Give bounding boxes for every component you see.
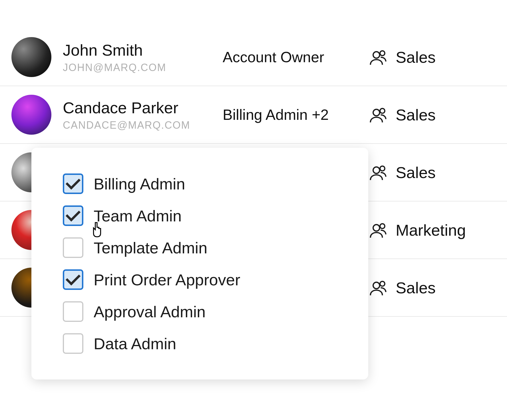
team-name: Sales [396, 278, 436, 297]
role-option[interactable]: Template Admin [63, 237, 345, 258]
role-option-label: Approval Admin [94, 302, 206, 321]
checkbox[interactable] [63, 205, 83, 226]
role-option[interactable]: Billing Admin [63, 173, 345, 194]
role-option-label: Template Admin [94, 239, 207, 257]
role-selector-popup: Billing Admin Team Admin Template Admin … [31, 148, 368, 379]
team-cell[interactable]: Sales [368, 47, 436, 67]
group-icon [368, 162, 389, 183]
team-name: Marketing [396, 221, 466, 239]
role-option[interactable]: Data Admin [63, 333, 345, 354]
role-option[interactable]: Approval Admin [63, 301, 345, 322]
group-icon [368, 47, 389, 67]
svg-point-4 [373, 167, 380, 173]
role-option[interactable]: Team Admin [63, 205, 345, 226]
team-name: Sales [396, 163, 436, 182]
user-info: Candace Parker CANDACE@MARQ.COM [63, 98, 223, 131]
role-option-label: Team Admin [94, 207, 182, 225]
checkbox[interactable] [63, 269, 83, 290]
team-cell[interactable]: Sales [368, 162, 436, 183]
team-cell[interactable]: Marketing [368, 220, 466, 240]
role-option-label: Print Order Approver [94, 270, 240, 289]
svg-point-6 [373, 225, 380, 231]
check-icon [66, 175, 81, 189]
user-name: John Smith [63, 41, 223, 59]
role-cell[interactable]: Billing Admin +2 [223, 106, 368, 123]
role-option-label: Data Admin [94, 334, 176, 353]
checkbox[interactable] [63, 333, 83, 354]
checkbox[interactable] [63, 301, 83, 322]
checkbox[interactable] [63, 173, 83, 194]
user-name: Candace Parker [63, 98, 223, 117]
svg-point-3 [380, 108, 385, 113]
user-row[interactable]: Candace Parker CANDACE@MARQ.COM Billing … [0, 86, 507, 144]
check-icon [66, 270, 81, 285]
svg-point-2 [373, 109, 380, 116]
svg-point-8 [373, 282, 380, 289]
group-icon [368, 220, 389, 240]
role-option-label: Billing Admin [94, 175, 185, 193]
user-info: John Smith JOHN@MARQ.COM [63, 41, 223, 74]
svg-point-9 [380, 281, 385, 286]
svg-point-7 [380, 224, 385, 229]
check-icon [66, 207, 81, 221]
avatar [11, 95, 51, 135]
team-cell[interactable]: Sales [368, 277, 436, 298]
user-email: CANDACE@MARQ.COM [63, 119, 223, 131]
team-cell[interactable]: Sales [368, 104, 436, 125]
role-option[interactable]: Print Order Approver [63, 269, 345, 290]
svg-point-5 [380, 166, 385, 171]
avatar [11, 37, 51, 77]
user-row[interactable]: John Smith JOHN@MARQ.COM Account Owner S… [0, 29, 507, 86]
group-icon [368, 277, 389, 298]
group-icon [368, 104, 389, 125]
team-name: Sales [396, 48, 436, 66]
role-cell[interactable]: Account Owner [223, 49, 368, 66]
svg-point-1 [380, 51, 385, 56]
user-email: JOHN@MARQ.COM [63, 62, 223, 74]
checkbox[interactable] [63, 237, 83, 258]
team-name: Sales [396, 106, 436, 124]
svg-point-0 [373, 52, 380, 58]
